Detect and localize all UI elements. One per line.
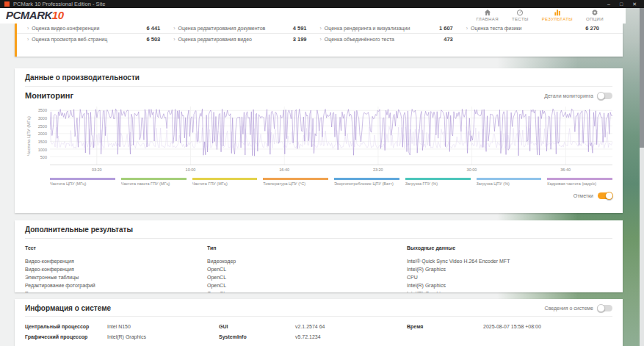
vertical-scrollbar[interactable] [640,8,644,346]
score-label: Оценка видео-конференции [32,26,99,31]
score-label: Оценка редактирования видео [178,37,252,42]
score-value: 1 607 [439,25,453,32]
score-item-rendering[interactable]: › Оценка рендеринга и визуализации 1 607 [320,25,466,32]
close-button[interactable]: ✕ [632,0,637,8]
toggle-knob [597,304,605,312]
legend-label: Частота пакета ГПУ (МГц) [121,181,187,186]
cell-test: Редактирование видео [25,289,207,292]
scores-card: › Оценка видео-конференции 6 441 › Оценк… [15,24,623,57]
legend-item-framerate[interactable]: Кадровая частота (кадр/с) [547,178,612,186]
titlebar: PCMark 10 Professional Edition - Site – … [0,0,644,8]
y-tick: 3000 [38,116,47,120]
system-info-card: Информация о системе Сведения о системе … [15,299,623,346]
chevron-right-icon: › [173,26,175,31]
monitoring-details-toggle[interactable] [598,93,612,99]
legend-item-cpu-freq[interactable]: Частота ЦПУ (МГц) [50,178,115,186]
field-value-time: 2025-08-07 15:58 +08:00 [483,322,612,332]
app-window: PCMark 10 Professional Edition - Site – … [0,0,644,346]
app-header: PCMARK10 ГЛАВНАЯ ТЕСТЫ РЕЗУЛЬТАТЫ [0,8,626,24]
chevron-right-icon: › [27,26,29,31]
home-icon [484,9,491,16]
cell-type: OpenCL [207,265,407,273]
score-item-physics[interactable]: › Оценка теста физики 6 270 [466,25,612,32]
cell-output: Intel® Quick Sync Video H.264 Encoder MF… [407,257,612,265]
y-tick: 1000 [38,148,47,152]
legend-label: Частота ЦПУ (МГц) [50,181,115,186]
legend-swatch [192,178,258,180]
legend-label: Кадровая частота (кадр/с) [547,181,612,186]
chart-plot-area [50,107,612,165]
legend-swatch [50,178,115,180]
legend-item-gpu-freq[interactable]: Частота ГПУ (МГц) [192,178,258,186]
y-axis-ticks: 3500 3000 2500 2000 1500 1000 500 [34,107,50,165]
x-axis-ticks: 03:20 10:00 16:40 23:20 30:00 36:40 [50,165,612,173]
additional-results-card: Дополнительные результаты Тест Тип Выход… [15,220,623,292]
gear-icon [591,9,598,16]
score-label: Оценка просмотра веб-страниц [32,37,107,42]
x-tick: 36:40 [560,167,571,172]
chart-legend: Частота ЦПУ (МГц) Частота пакета ГПУ (МГ… [50,178,612,186]
legend-item-cpu-temp[interactable]: Температура ЦПУ (°C) [263,178,328,186]
minimize-button[interactable]: – [607,0,610,8]
field-label-time: Время [407,322,483,332]
table-row: Видео-конференция Видеокодер Intel® Quic… [25,257,612,265]
score-item-web-browsing[interactable]: › Оценка просмотра веб-страниц 6 503 [27,36,173,43]
chevron-right-icon: › [320,26,322,31]
score-item-document-editing[interactable]: › Оценка редактирования документов 4 591 [173,25,319,32]
cell-test: Электронные таблицы [25,273,207,281]
scrollbar-thumb[interactable] [640,8,644,148]
maximize-button[interactable]: □ [620,0,623,8]
system-details-label: Сведения о системе [545,306,593,311]
legend-item-cpu-power[interactable]: Энергопотребление ЦПУ (Ватт) [334,178,399,186]
y-tick: 1500 [38,140,47,144]
table-row: Редактирование видео OpenCL Intel(R) Gra… [25,289,612,292]
score-row: › Оценка видео-конференции 6 441 › Оценк… [17,24,623,34]
monitoring-details-label: Детали мониторинга [544,93,593,98]
nav-item-results[interactable]: РЕЗУЛЬТАТЫ [542,9,573,21]
score-item-video-conferencing[interactable]: › Оценка видео-конференции 6 441 [27,25,173,32]
chevron-right-icon: › [320,37,322,42]
markers-label: Отметки [574,193,593,198]
x-tick: 30:00 [467,167,477,172]
cell-type: OpenCL [207,281,407,289]
system-info-table: Центральный процессор Intel N150 GUI v2.… [25,322,612,342]
legend-item-gpu-package-freq[interactable]: Частота пакета ГПУ (МГц) [121,178,187,186]
legend-label: Загрузка ЦПУ (%) [477,181,542,186]
score-label: Оценка редактирования документов [178,26,266,31]
x-tick: 03:20 [92,167,102,172]
nav-item-home[interactable]: ГЛАВНАЯ [477,9,499,21]
chevron-right-icon: › [466,26,468,31]
field-label-gui: GUI [219,322,295,332]
table-row: Редактирование фотографий OpenCL Intel(R… [25,281,612,289]
bar-chart-icon [554,9,561,16]
logo-text: PCMARK [6,9,52,21]
monitoring-chart: Частота ЦПУ (МГц) 3500 3000 2500 2000 15… [25,107,612,165]
nav-item-options[interactable]: ОПЦИИ [586,9,604,21]
score-value: 6 441 [146,25,160,32]
field-value-gui: v2.1.2574 64 [295,322,407,332]
pcmark-logo: PCMARK10 [6,9,64,21]
score-item-video-editing[interactable]: › Оценка редактирования видео 3 199 [173,36,319,43]
nav-label: ТЕСТЫ [512,17,529,21]
cell-output: Intel(R) Graphics [407,265,612,273]
legend-item-gpu-load[interactable]: Загрузка ГПУ (%) [405,178,471,186]
system-info-row: Графический процессор Intel(R) Graphics … [25,332,612,342]
cell-output: CPU [407,273,612,281]
chevron-right-icon: › [27,37,29,42]
cell-test: Редактирование фотографий [25,281,207,289]
score-item-combined-test[interactable]: › Оценка объединённого теста 473 [320,36,466,43]
legend-label: Частота ГПУ (МГц) [192,181,258,186]
column-header-output: Выходные данные [407,244,612,252]
field-label-cpu: Центральный процессор [25,322,107,332]
chevron-right-icon: › [173,37,175,42]
system-details-toggle[interactable] [598,305,612,311]
system-info-row: Центральный процессор Intel N150 GUI v2.… [25,322,612,332]
additional-results-table: Тест Тип Выходные данные Видео-конференц… [25,244,612,292]
legend-item-cpu-load[interactable]: Загрузка ЦПУ (%) [477,178,542,186]
system-info-heading: Информация о системе [25,304,111,312]
markers-toggle[interactable] [598,192,612,199]
nav-label: ГЛАВНАЯ [477,17,499,21]
legend-label: Температура ЦПУ (°C) [263,181,328,186]
y-tick: 3500 [38,108,47,112]
nav-item-tests[interactable]: ТЕСТЫ [512,9,529,21]
